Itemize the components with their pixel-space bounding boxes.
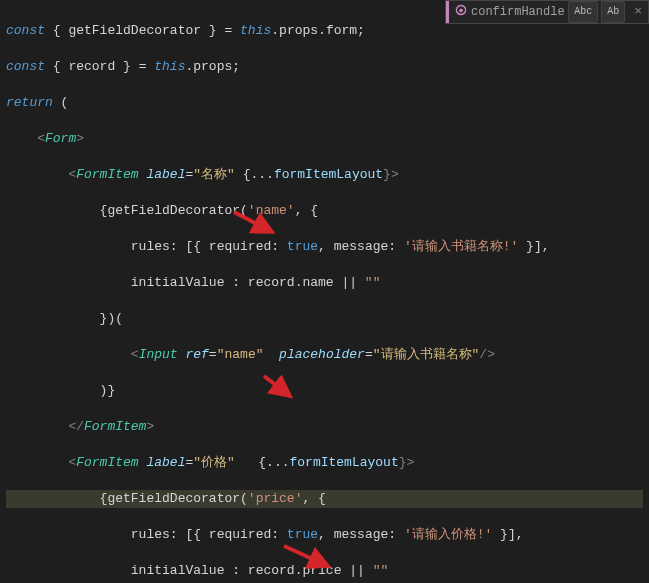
tooltip-text: confirmHandle	[471, 3, 568, 21]
tooltip-accent	[446, 1, 449, 23]
code-line[interactable]: initialValue : record.name || ""	[6, 274, 643, 292]
code-line-highlight[interactable]: {getFieldDecorator('price', {	[6, 490, 643, 508]
code-line[interactable]: const { record } = this.props;	[6, 58, 643, 76]
code-line[interactable]: {getFieldDecorator('name', {	[6, 202, 643, 220]
code-line[interactable]: )}	[6, 382, 643, 400]
match-btn-1[interactable]: Abc	[568, 1, 598, 23]
code-line[interactable]: })(	[6, 310, 643, 328]
code-line[interactable]: rules: [{ required: true, message: '请输入价…	[6, 526, 643, 544]
code-line[interactable]: rules: [{ required: true, message: '请输入书…	[6, 238, 643, 256]
hover-tooltip: ⦿ confirmHandle Abc Ab ×	[445, 0, 649, 24]
code-line[interactable]: initialValue : record.price || ""	[6, 562, 643, 580]
code-line[interactable]: </FormItem>	[6, 418, 643, 436]
method-icon: ⦿	[455, 3, 467, 21]
close-icon[interactable]: ×	[634, 3, 642, 21]
code-line[interactable]: <Input ref="name" placeholder="请输入书籍名称"/…	[6, 346, 643, 364]
code-line[interactable]: return (	[6, 94, 643, 112]
code-editor[interactable]: const { getFieldDecorator } = this.props…	[0, 0, 649, 583]
code-line[interactable]: <Form>	[6, 130, 643, 148]
code-line[interactable]: <FormItem label="价格" {...formItemLayout}…	[6, 454, 643, 472]
code-line[interactable]: const { getFieldDecorator } = this.props…	[6, 22, 643, 40]
code-line[interactable]: <FormItem label="名称" {...formItemLayout}…	[6, 166, 643, 184]
match-btn-2[interactable]: Ab	[601, 1, 625, 23]
